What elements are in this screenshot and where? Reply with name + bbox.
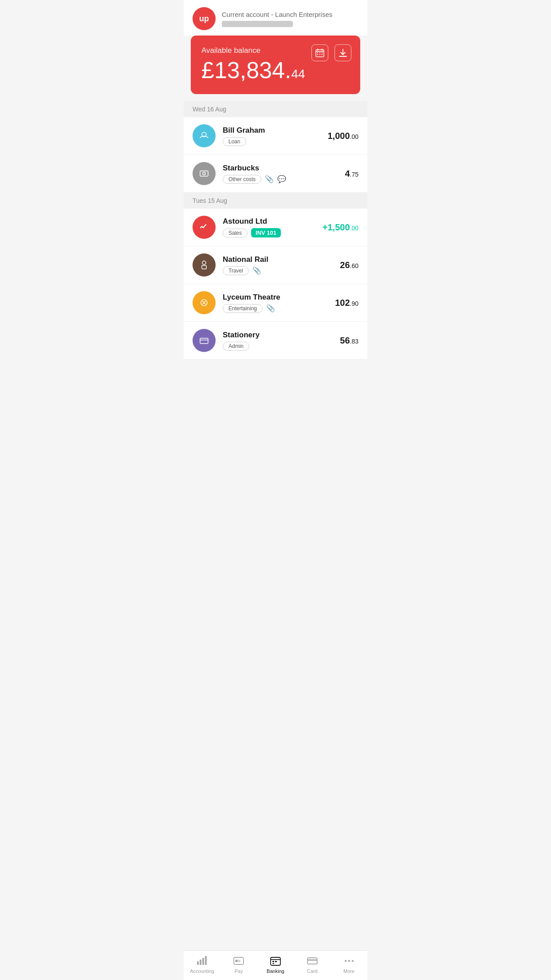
table-row[interactable]: StationeryAdmin56.83 [184, 322, 367, 360]
tag[interactable]: Other costs [223, 175, 261, 184]
txn-name: Lyceum Theatre [223, 293, 328, 302]
avatar [193, 329, 216, 352]
txn-info: Bill GrahamLoan [223, 126, 320, 146]
logo-text: up [199, 14, 209, 24]
table-row[interactable]: Lyceum TheatreEntertaining📎102.90 [184, 284, 367, 322]
txn-name: National Rail [223, 255, 333, 264]
tag-icon[interactable]: 📎 [266, 304, 275, 312]
tag-icon[interactable]: 📎 [265, 175, 274, 183]
balance-cents: 44 [291, 67, 305, 81]
transactions-container: Wed 16 AugBill GrahamLoan1,000.00Starbuc… [184, 101, 367, 360]
txn-tags: Loan [223, 137, 320, 146]
tag-invoice[interactable]: INV 101 [251, 228, 281, 237]
transaction-group: Astound LtdSalesINV 101+1,500.00National… [184, 209, 367, 360]
txn-amount: 102.90 [335, 298, 358, 308]
txn-name: Bill Graham [223, 126, 320, 135]
avatar [193, 216, 216, 239]
svg-rect-18 [200, 338, 208, 344]
avatar [193, 291, 216, 314]
avatar [193, 162, 216, 185]
txn-info: StarbucksOther costs📎💬 [223, 164, 338, 184]
header: up Current account - Launch Enterprises [184, 0, 367, 36]
tag-icon[interactable]: 📎 [252, 266, 261, 275]
balance-amount: £13,834.44 [201, 59, 350, 82]
balance-main: £13,834. [201, 57, 291, 83]
txn-tags: Other costs📎💬 [223, 175, 338, 184]
svg-point-15 [202, 261, 206, 265]
txn-info: National RailTravel📎 [223, 255, 333, 275]
txn-amount: 1,000.00 [327, 131, 358, 141]
svg-point-14 [203, 172, 205, 175]
account-subtitle-bar [222, 21, 293, 27]
avatar [193, 253, 216, 277]
txn-amount: 4.75 [345, 169, 358, 179]
table-row[interactable]: StarbucksOther costs📎💬4.75 [184, 155, 367, 193]
avatar [193, 124, 216, 147]
account-title: Current account - Launch Enterprises [222, 11, 332, 18]
header-text: Current account - Launch Enterprises [222, 11, 332, 27]
txn-tags: SalesINV 101 [223, 228, 315, 237]
transaction-group: Bill GrahamLoan1,000.00StarbucksOther co… [184, 117, 367, 193]
txn-amount: 26.60 [340, 260, 358, 270]
txn-name: Starbucks [223, 164, 338, 173]
txn-name: Astound Ltd [223, 217, 315, 226]
tag[interactable]: Loan [223, 137, 246, 146]
balance-label: Available balance [201, 46, 350, 55]
date-separator: Tues 15 Aug [184, 193, 367, 209]
tag-icon[interactable]: 💬 [277, 175, 286, 183]
txn-info: StationeryAdmin [223, 331, 333, 351]
tag[interactable]: Sales [223, 229, 248, 237]
table-row[interactable]: National RailTravel📎26.60 [184, 246, 367, 284]
logo: up [193, 7, 216, 30]
txn-tags: Travel📎 [223, 266, 333, 275]
txn-name: Stationery [223, 331, 333, 340]
balance-card: Available balance £13,834.44 [191, 36, 360, 94]
txn-tags: Entertaining📎 [223, 304, 328, 313]
date-separator: Wed 16 Aug [184, 101, 367, 117]
tag[interactable]: Entertaining [223, 304, 263, 313]
txn-tags: Admin [223, 342, 333, 351]
txn-info: Astound LtdSalesINV 101 [223, 217, 315, 237]
txn-amount: 56.83 [340, 336, 358, 346]
table-row[interactable]: Astound LtdSalesINV 101+1,500.00 [184, 209, 367, 246]
svg-rect-13 [200, 171, 208, 176]
txn-amount: +1,500.00 [323, 222, 358, 233]
tag[interactable]: Travel [223, 266, 249, 275]
table-row[interactable]: Bill GrahamLoan1,000.00 [184, 117, 367, 155]
txn-info: Lyceum TheatreEntertaining📎 [223, 293, 328, 313]
tag[interactable]: Admin [223, 342, 249, 351]
svg-rect-16 [202, 265, 206, 269]
